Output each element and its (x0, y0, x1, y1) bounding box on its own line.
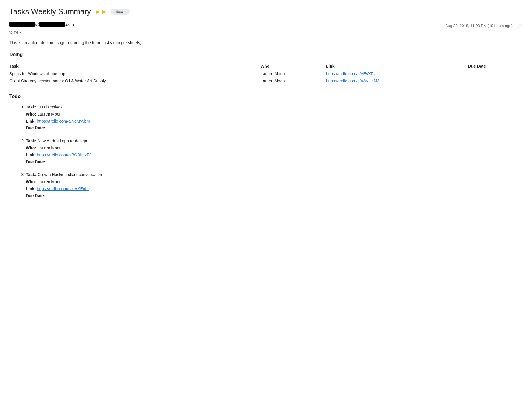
todo-due-line: Due Date: (26, 125, 523, 132)
todo-task-label: Task: (26, 138, 37, 143)
todo-who-label: Who: (26, 179, 37, 184)
doing-link[interactable]: https://trello.com/c/AEvXPzlt (326, 71, 378, 76)
todo-task-line: Task: Growth Hacking client conversation (26, 171, 523, 178)
to-me-row: to me ▾ (9, 30, 523, 34)
email-title: Tasks Weekly Summary (9, 7, 91, 16)
doing-link-cell: https://trello.com/c/XAVlshM3 (326, 77, 468, 84)
todo-link-line: Link: https://trello.com/c/BOBhqvPJ (26, 152, 523, 159)
intro-text: This is an automated message regarding t… (9, 40, 523, 45)
todo-link-label: Link: (26, 153, 37, 157)
doing-link-cell: https://trello.com/c/AEvXPzlt (326, 70, 468, 77)
sender-name-redacted: ████████ (9, 22, 35, 27)
todo-due-label: Due Date: (26, 193, 45, 198)
todo-who-value: Lauren Moon (37, 146, 62, 150)
doing-who-cell: Lauren Moon (261, 70, 326, 77)
todo-list-item: Task: Q3 objectivesWho: Lauren MoonLink:… (26, 104, 523, 132)
to-me-label: to me (9, 30, 18, 34)
doing-due-cell (468, 77, 523, 84)
doing-due-cell (468, 70, 523, 77)
doing-who-cell: Lauren Moon (261, 77, 326, 84)
doing-table-row: Client Strategy session notes: Oil & Wat… (9, 77, 523, 84)
todo-who-label: Who: (26, 146, 37, 150)
todo-who-line: Who: Lauren Moon (26, 178, 523, 185)
email-timestamp: Aug 22, 2018, 11:03 PM (19 hours ago) (446, 24, 513, 28)
col-header-link: Link (326, 62, 468, 70)
todo-who-value: Lauren Moon (37, 112, 62, 116)
sender-info: ████████@████████.com (9, 22, 74, 27)
todo-task-line: Task: Q3 objectives (26, 104, 523, 111)
email-header: Tasks Weekly Summary ►► Inbox × (9, 7, 523, 16)
todo-link-label: Link: (26, 119, 37, 123)
doing-heading: Doing (9, 52, 523, 57)
todo-due-line: Due Date: (26, 159, 523, 166)
todo-task-value: New Android app re-design (37, 138, 87, 143)
todo-task-line: Task: New Android app re-design (26, 138, 523, 145)
todo-who-line: Who: Lauren Moon (26, 145, 523, 152)
sender-row: ████████@████████.com Aug 22, 2018, 11:0… (9, 22, 523, 29)
timestamp-area: Aug 22, 2018, 11:03 PM (19 hours ago) ☆ (446, 22, 523, 29)
todo-link-line: Link: https://trello.com/c/xfAKEgbq (26, 185, 523, 193)
chevron-down-icon[interactable]: ▾ (19, 31, 21, 34)
doing-table: Task Who Link Due Date Specs for Windows… (9, 62, 523, 84)
todo-task-label: Task: (26, 172, 37, 177)
doing-table-row: Specs for Windows phone appLauren Moonht… (9, 70, 523, 77)
todo-due-line: Due Date: (26, 193, 523, 200)
todo-task-value: Growth Hacking client conversation (37, 172, 102, 177)
doing-link[interactable]: https://trello.com/c/XAVlshM3 (326, 78, 380, 83)
sender-domain-redacted: ████████ (39, 22, 65, 27)
todo-list-item: Task: Growth Hacking client conversation… (26, 171, 523, 199)
todo-who-value: Lauren Moon (37, 179, 62, 184)
todo-list: Task: Q3 objectivesWho: Lauren MoonLink:… (9, 104, 523, 200)
todo-due-label: Due Date: (26, 160, 45, 164)
todo-link-label: Link: (26, 186, 37, 191)
doing-task-cell: Client Strategy session notes: Oil & Wat… (9, 77, 261, 84)
todo-link[interactable]: https://trello.com/c/NoMvyb4P (37, 119, 91, 123)
todo-link[interactable]: https://trello.com/c/xfAKEgbq (37, 186, 90, 191)
doing-section: Doing Task Who Link Due Date Specs for W… (9, 52, 523, 84)
todo-task-value: Q3 objectives (37, 105, 62, 109)
forward-icon: ►► (94, 8, 107, 16)
doing-task-cell: Specs for Windows phone app (9, 70, 261, 77)
col-header-task: Task (9, 62, 261, 70)
doing-table-header-row: Task Who Link Due Date (9, 62, 523, 70)
todo-due-label: Due Date: (26, 126, 45, 130)
sender-email: ████████@████████.com (9, 22, 74, 27)
col-header-due: Due Date (468, 62, 523, 70)
todo-task-label: Task: (26, 105, 37, 109)
todo-link-line: Link: https://trello.com/c/NoMvyb4P (26, 118, 523, 125)
todo-section: Todo Task: Q3 objectivesWho: Lauren Moon… (9, 94, 523, 200)
todo-who-label: Who: (26, 112, 37, 116)
inbox-label: Inbox (114, 9, 123, 14)
todo-heading: Todo (9, 94, 523, 99)
todo-link[interactable]: https://trello.com/c/BOBhqvPJ (37, 153, 91, 157)
todo-who-line: Who: Lauren Moon (26, 111, 523, 118)
close-icon[interactable]: × (125, 10, 127, 14)
col-header-who: Who (261, 62, 326, 70)
star-icon[interactable]: ☆ (517, 22, 523, 29)
todo-list-item: Task: New Android app re-designWho: Laur… (26, 138, 523, 165)
inbox-badge[interactable]: Inbox × (111, 9, 130, 15)
